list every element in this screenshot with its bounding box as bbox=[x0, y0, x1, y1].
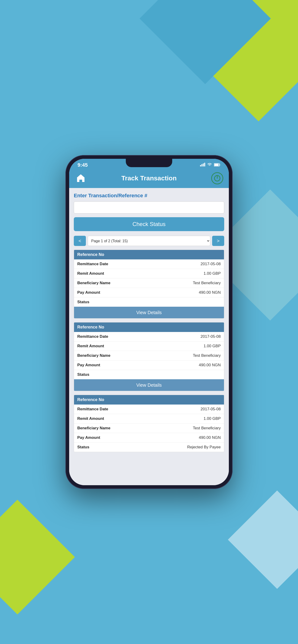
svg-rect-0 bbox=[200, 165, 201, 166]
card-row-remittance-date-2: Remittance Date 2017-05-08 bbox=[74, 332, 224, 342]
remit-amount-value-1: 1.00 GBP bbox=[203, 271, 221, 276]
pay-amount-label-1: Pay Amount bbox=[77, 290, 100, 295]
card-row-remittance-date-3: Remittance Date 2017-05-08 bbox=[74, 404, 224, 414]
card-header-3: Reference No bbox=[74, 395, 224, 404]
bg-shape-light-bottom bbox=[228, 490, 298, 589]
card-reference-no-label-3: Reference No bbox=[77, 397, 104, 402]
remit-amount-value-3: 1.00 GBP bbox=[203, 416, 221, 421]
beneficiary-name-label-2: Beneficiary Name bbox=[77, 353, 111, 358]
remit-amount-label-3: Remit Amount bbox=[77, 416, 104, 421]
beneficiary-name-value-2: Test Beneficiary bbox=[193, 353, 221, 358]
phone-frame: 9:45 bbox=[66, 155, 232, 489]
status-icons bbox=[200, 163, 220, 168]
card-row-pay-amount-1: Pay Amount 490.00 NGN bbox=[74, 288, 224, 298]
status-time: 9:45 bbox=[78, 162, 88, 168]
beneficiary-name-label-3: Beneficiary Name bbox=[77, 426, 111, 430]
card-row-remittance-date-1: Remittance Date 2017-05-08 bbox=[74, 260, 224, 269]
svg-rect-2 bbox=[203, 164, 204, 166]
card-row-remit-amount-1: Remit Amount 1.00 GBP bbox=[74, 269, 224, 278]
remit-amount-label-1: Remit Amount bbox=[77, 271, 104, 276]
status-label-2: Status bbox=[77, 372, 89, 377]
pay-amount-value-2: 490.00 NGN bbox=[199, 363, 221, 368]
beneficiary-name-value-3: Test Beneficiary bbox=[193, 426, 221, 430]
remittance-date-label-1: Remittance Date bbox=[77, 262, 108, 266]
wifi-icon bbox=[207, 163, 212, 168]
remit-amount-label-2: Remit Amount bbox=[77, 344, 104, 348]
bg-shape-green-bottom bbox=[0, 500, 75, 614]
prev-page-button[interactable]: < bbox=[74, 236, 86, 246]
card-row-status-3: Status Rejected By Payee bbox=[74, 442, 224, 452]
reference-label: Enter Transaction/Reference # bbox=[74, 193, 224, 199]
remittance-date-label-2: Remittance Date bbox=[77, 334, 108, 339]
home-icon[interactable] bbox=[75, 172, 87, 184]
beneficiary-name-value-1: Test Beneficiary bbox=[193, 281, 221, 285]
card-header-1: Reference No bbox=[74, 250, 224, 260]
transaction-card-2: Reference No Remittance Date 2017-05-08 … bbox=[74, 322, 224, 391]
status-label-1: Status bbox=[77, 300, 89, 304]
pagination-bar: < Page 1 of 2 (Total: 15) Page 2 of 2 (T… bbox=[74, 236, 224, 246]
pay-amount-value-1: 490.00 NGN bbox=[199, 290, 221, 295]
card-row-beneficiary-name-1: Beneficiary Name Test Beneficiary bbox=[74, 278, 224, 288]
transaction-card-1: Reference No Remittance Date 2017-05-08 … bbox=[74, 250, 224, 318]
remittance-date-value-1: 2017-05-08 bbox=[200, 262, 221, 266]
svg-rect-3 bbox=[204, 163, 205, 166]
card-row-pay-amount-3: Pay Amount 490.00 NGN bbox=[74, 433, 224, 442]
reference-section: Enter Transaction/Reference # Check Stat… bbox=[74, 193, 224, 236]
card-row-status-1: Status bbox=[74, 298, 224, 307]
content-area: Enter Transaction/Reference # Check Stat… bbox=[69, 188, 229, 485]
card-row-beneficiary-name-2: Beneficiary Name Test Beneficiary bbox=[74, 351, 224, 360]
page-select[interactable]: Page 1 of 2 (Total: 15) Page 2 of 2 (Tot… bbox=[88, 236, 210, 246]
card-row-remit-amount-2: Remit Amount 1.00 GBP bbox=[74, 342, 224, 351]
app-header: Track Transaction bbox=[69, 170, 229, 188]
card-row-beneficiary-name-3: Beneficiary Name Test Beneficiary bbox=[74, 424, 224, 433]
beneficiary-name-label-1: Beneficiary Name bbox=[77, 281, 111, 285]
view-details-button-1[interactable]: View Details bbox=[74, 307, 224, 318]
svg-rect-1 bbox=[201, 164, 202, 166]
card-reference-no-label-1: Reference No bbox=[77, 252, 104, 257]
check-status-button[interactable]: Check Status bbox=[74, 217, 224, 231]
card-row-remit-amount-3: Remit Amount 1.00 GBP bbox=[74, 414, 224, 424]
power-button[interactable] bbox=[211, 172, 223, 184]
status-label-3: Status bbox=[77, 445, 89, 450]
remittance-date-value-3: 2017-05-08 bbox=[200, 407, 221, 412]
card-row-pay-amount-2: Pay Amount 490.00 NGN bbox=[74, 360, 224, 370]
transaction-card-3: Reference No Remittance Date 2017-05-08 … bbox=[74, 395, 224, 452]
phone-notch bbox=[126, 159, 172, 167]
page-title: Track Transaction bbox=[87, 174, 211, 182]
remittance-date-value-2: 2017-05-08 bbox=[200, 334, 221, 339]
signal-icon bbox=[200, 163, 205, 168]
svg-rect-6 bbox=[80, 180, 82, 182]
status-value-3: Rejected By Payee bbox=[187, 445, 221, 450]
svg-rect-5 bbox=[214, 164, 219, 166]
next-page-button[interactable]: > bbox=[212, 236, 224, 246]
card-row-status-2: Status bbox=[74, 370, 224, 379]
view-details-button-2[interactable]: View Details bbox=[74, 379, 224, 391]
pay-amount-label-3: Pay Amount bbox=[77, 435, 100, 440]
card-reference-no-label-2: Reference No bbox=[77, 325, 104, 330]
pay-amount-label-2: Pay Amount bbox=[77, 363, 100, 368]
remittance-date-label-3: Remittance Date bbox=[77, 407, 108, 412]
pay-amount-value-3: 490.00 NGN bbox=[199, 435, 221, 440]
card-header-2: Reference No bbox=[74, 322, 224, 332]
phone-screen: 9:45 bbox=[69, 159, 229, 485]
battery-icon bbox=[214, 163, 220, 168]
reference-input[interactable] bbox=[74, 202, 224, 214]
remit-amount-value-2: 1.00 GBP bbox=[203, 344, 221, 348]
